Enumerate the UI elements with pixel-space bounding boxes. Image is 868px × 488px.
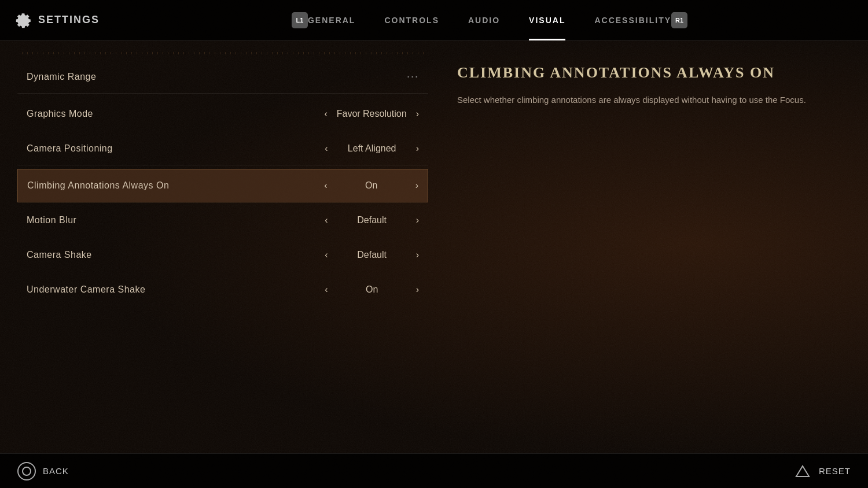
chevron-left-underwater-camera-shake[interactable]: ‹ xyxy=(325,284,328,295)
setting-control-graphics-mode: ‹ Favor Resolution › xyxy=(324,109,419,119)
svg-marker-1 xyxy=(796,466,809,476)
settings-title: SETTINGS xyxy=(38,14,100,26)
bottom-bar: Back Reset xyxy=(0,453,868,488)
setting-name-dynamic-range: Dynamic Range xyxy=(27,72,407,82)
setting-row-motion-blur[interactable]: Motion Blur ‹ Default › xyxy=(17,204,428,237)
setting-name-camera-shake: Camera Shake xyxy=(27,250,325,260)
triangle-icon xyxy=(793,462,812,480)
main-content: Dynamic Range ··· Graphics Mode ‹ Favor … xyxy=(0,40,868,453)
left-bumper-indicator: L1 xyxy=(292,12,308,28)
tab-general[interactable]: GENERAL xyxy=(308,13,355,28)
tab-audio[interactable]: AUDIO xyxy=(468,13,500,28)
setting-name-climbing-annotations: Climbing Annotations Always On xyxy=(27,180,324,191)
setting-name-camera-positioning: Camera Positioning xyxy=(27,143,325,154)
back-label: Back xyxy=(43,466,69,476)
chevron-right-camera-positioning[interactable]: › xyxy=(416,143,419,154)
info-panel: CLIMBING ANNOTATIONS ALWAYS ON Select wh… xyxy=(440,52,851,442)
chevron-left-graphics-mode[interactable]: ‹ xyxy=(324,109,327,119)
tab-controls[interactable]: CONTROLS xyxy=(384,13,439,28)
nav-tabs: L1 GENERAL CONTROLS AUDIO VISUAL ACCESSI… xyxy=(123,12,856,28)
chevron-left-camera-positioning[interactable]: ‹ xyxy=(325,143,328,154)
setting-control-climbing-annotations: ‹ On › xyxy=(324,180,418,191)
setting-name-underwater-camera-shake: Underwater Camera Shake xyxy=(27,284,325,295)
setting-value-graphics-mode: Favor Resolution xyxy=(337,109,407,119)
chevron-left-climbing-annotations[interactable]: ‹ xyxy=(324,180,327,191)
setting-value-climbing-annotations: On xyxy=(337,180,406,191)
reset-button[interactable]: Reset xyxy=(793,462,851,480)
chevron-right-camera-shake[interactable]: › xyxy=(416,250,419,260)
setting-name-graphics-mode: Graphics Mode xyxy=(27,109,324,119)
settings-panel: Dynamic Range ··· Graphics Mode ‹ Favor … xyxy=(17,52,428,442)
circle-icon xyxy=(17,462,36,480)
setting-dots-dynamic-range: ··· xyxy=(407,71,419,83)
setting-row-camera-shake[interactable]: Camera Shake ‹ Default › xyxy=(17,238,428,272)
nav-logo: SETTINGS xyxy=(12,10,100,31)
chevron-right-motion-blur[interactable]: › xyxy=(416,215,419,225)
info-description: Select whether climbing annotations are … xyxy=(457,93,833,107)
setting-value-camera-shake: Default xyxy=(337,250,407,260)
setting-value-camera-positioning: Left Aligned xyxy=(337,143,407,154)
chevron-right-underwater-camera-shake[interactable]: › xyxy=(416,284,419,295)
chevron-right-climbing-annotations[interactable]: › xyxy=(415,180,418,191)
svg-point-0 xyxy=(23,467,31,475)
setting-row-climbing-annotations[interactable]: Climbing Annotations Always On ‹ On › xyxy=(17,169,428,202)
setting-row-graphics-mode[interactable]: Graphics Mode ‹ Favor Resolution › xyxy=(17,97,428,131)
back-button[interactable]: Back xyxy=(17,462,69,480)
setting-control-underwater-camera-shake: ‹ On › xyxy=(325,284,419,295)
tab-visual[interactable]: VISUAL xyxy=(529,13,565,28)
setting-name-motion-blur: Motion Blur xyxy=(27,215,325,225)
setting-row-underwater-camera-shake[interactable]: Underwater Camera Shake ‹ On › xyxy=(17,273,428,306)
setting-control-camera-shake: ‹ Default › xyxy=(325,250,419,260)
tab-group: GENERAL CONTROLS AUDIO VISUAL ACCESSIBIL… xyxy=(308,13,671,28)
reset-label: Reset xyxy=(819,466,851,476)
setting-control-motion-blur: ‹ Default › xyxy=(325,215,419,225)
nav-bar: SETTINGS L1 GENERAL CONTROLS AUDIO VISUA… xyxy=(0,0,868,40)
right-bumper-indicator: R1 xyxy=(671,12,687,28)
setting-row-camera-positioning[interactable]: Camera Positioning ‹ Left Aligned › xyxy=(17,132,428,165)
setting-row-dynamic-range[interactable]: Dynamic Range ··· xyxy=(17,60,428,94)
chevron-left-camera-shake[interactable]: ‹ xyxy=(325,250,328,260)
gear-icon xyxy=(12,10,32,31)
setting-control-camera-positioning: ‹ Left Aligned › xyxy=(325,143,419,154)
chevron-right-graphics-mode[interactable]: › xyxy=(416,109,419,119)
tab-accessibility[interactable]: ACCESSIBILITY xyxy=(594,13,671,28)
chevron-left-motion-blur[interactable]: ‹ xyxy=(325,215,328,225)
setting-value-underwater-camera-shake: On xyxy=(337,284,407,295)
info-title: CLIMBING ANNOTATIONS ALWAYS ON xyxy=(457,64,833,82)
setting-value-motion-blur: Default xyxy=(337,215,407,225)
